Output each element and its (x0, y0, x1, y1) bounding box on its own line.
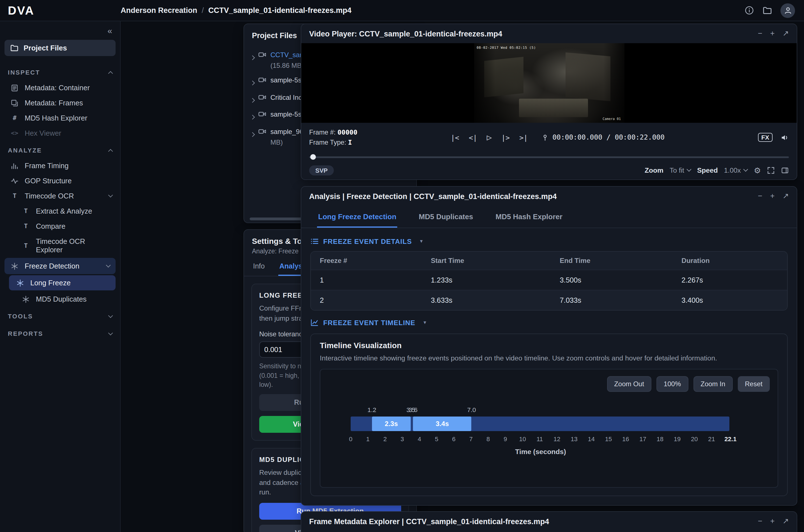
sidebar-item-gop-structure[interactable]: GOP Structure (0, 173, 120, 188)
frame-metadata-panel: Frame Metadata Explorer | CCTV_sample_01… (301, 511, 797, 532)
freeze-event-bar[interactable]: 3.4s (413, 417, 472, 431)
add-panel-icon[interactable]: + (770, 30, 775, 38)
expand-icon[interactable]: ↗ (782, 30, 789, 38)
cell-start-time: 1.233s (431, 276, 560, 284)
breadcrumb-project[interactable]: Anderson Recreation (121, 6, 197, 15)
add-panel-icon[interactable]: + (770, 193, 775, 200)
tab-info[interactable]: Info (252, 260, 266, 276)
seek-bar[interactable] (309, 154, 789, 159)
line-chart-icon (310, 318, 319, 327)
collapse-sidebar-icon[interactable]: « (107, 26, 112, 35)
timeline-tick: 4 (418, 436, 421, 442)
sidebar-item-timecode-ocr[interactable]: T Timecode OCR (0, 188, 120, 204)
breadcrumb-separator: / (202, 6, 204, 15)
section-title: FREEZE EVENT TIMELINE (323, 319, 415, 326)
zoom-100-button[interactable]: 100% (656, 376, 688, 392)
sidebar-item-timecode-ocr-explorer[interactable]: T Timecode OCR Explorer (0, 234, 120, 257)
sidebar-item-md5-duplicates[interactable]: MD5 Duplicates (0, 291, 120, 307)
expand-chevron-icon[interactable] (251, 129, 254, 139)
skip-end-button[interactable]: >| (519, 133, 528, 142)
sidebar-item-label: Project Files (23, 44, 67, 52)
timeline-tick: 0 (349, 436, 352, 442)
sidebar-section-analyze[interactable]: ANALYZE (0, 141, 120, 158)
fullscreen-icon[interactable] (767, 166, 775, 174)
table-row[interactable]: 1 1.233s 3.500s 2.267s (311, 270, 787, 290)
sidebar-item-extract-analyze[interactable]: T Extract & Analyze (0, 204, 120, 218)
expand-chevron-icon[interactable] (251, 52, 254, 62)
sidebar-section-reports[interactable]: REPORTS (0, 324, 120, 341)
sidebar-item-project-files[interactable]: Project Files (4, 40, 115, 56)
tab-md5-hash-explorer[interactable]: MD5 Hash Explorer (494, 206, 563, 228)
expand-icon[interactable]: ↗ (782, 518, 789, 525)
table-row[interactable]: 2 3.633s 7.033s 3.400s (311, 290, 787, 310)
seek-track[interactable] (309, 156, 789, 158)
sidebar-item-compare[interactable]: T Compare (0, 218, 120, 234)
reset-button[interactable]: Reset (737, 376, 770, 392)
timeline-tick: 21 (708, 436, 715, 442)
sidebar-section-tools[interactable]: TOOLS (0, 307, 120, 324)
minimize-icon[interactable]: − (758, 193, 763, 200)
sidebar-item-metadata-container[interactable]: Metadata: Container (0, 80, 120, 95)
expand-chevron-icon[interactable] (251, 112, 254, 122)
sidebar-item-label: Metadata: Frames (25, 99, 83, 107)
step-back-button[interactable]: <| (469, 133, 477, 142)
sidebar-item-long-freeze[interactable]: Long Freeze (9, 275, 115, 290)
skip-start-button[interactable]: |< (451, 133, 459, 142)
expand-chevron-icon[interactable] (251, 77, 254, 88)
gear-icon[interactable]: ⚙ (754, 166, 761, 175)
chevron-up-icon (108, 149, 113, 154)
collapse-triangle-icon[interactable]: ▼ (422, 320, 427, 325)
zoom-select[interactable]: To fit (670, 166, 691, 174)
user-avatar[interactable] (781, 3, 795, 18)
video-file-icon (258, 76, 267, 84)
svp-badge[interactable]: SVP (309, 165, 334, 175)
sidebar-item-md5-hash-explorer[interactable]: # MD5 Hash Explorer (0, 110, 120, 126)
zoom-out-button[interactable]: Zoom Out (607, 376, 652, 392)
minimize-icon[interactable]: − (758, 518, 763, 525)
analysis-panel: Analysis | Freeze Detection | CCTV_sampl… (301, 186, 797, 506)
timeline-tick: 13 (571, 436, 578, 442)
app-logo: DVA (0, 4, 121, 17)
expand-chevron-icon[interactable] (251, 95, 254, 105)
sidebar-item-label: Timecode OCR (25, 192, 74, 200)
speed-select[interactable]: 1.00x (724, 166, 748, 174)
sidebar-item-freeze-detection[interactable]: Freeze Detection (4, 258, 115, 274)
sidebar-item-label: Extract & Analyze (36, 207, 92, 215)
snowflake-icon (10, 262, 19, 270)
minimize-icon[interactable]: − (758, 30, 763, 38)
sidebar-item-metadata-frames[interactable]: Metadata: Frames (0, 95, 120, 110)
expand-icon[interactable]: ↗ (782, 193, 789, 200)
timeline-tick: 3 (401, 436, 404, 442)
workspace: Project Files × CCTV_sample_01-identical… (121, 21, 804, 532)
play-button[interactable]: ▷ (487, 133, 492, 143)
sidebar-item-label: Hex Viewer (25, 129, 61, 137)
waveform-icon (10, 177, 19, 185)
chevron-down-icon (108, 330, 113, 335)
file-size: MB) (270, 138, 283, 146)
open-folder-icon[interactable] (763, 6, 772, 15)
freeze-event-timeline-header[interactable]: FREEZE EVENT TIMELINE ▼ (310, 318, 788, 327)
tab-long-freeze-detection[interactable]: Long Freeze Detection (317, 206, 398, 228)
step-forward-button[interactable]: |> (501, 133, 510, 142)
speaker-icon[interactable] (781, 133, 789, 142)
zoom-in-button[interactable]: Zoom In (693, 376, 732, 392)
tab-md5-duplicates[interactable]: MD5 Duplicates (418, 206, 474, 228)
section-label: ANALYZE (8, 147, 42, 154)
info-icon[interactable] (745, 6, 754, 15)
bar-chart-icon (10, 162, 19, 170)
freeze-event-details-header[interactable]: FREEZE EVENT DETAILS ▼ (310, 237, 788, 246)
panel-title: Project Files (252, 31, 297, 39)
video-viewport[interactable]: 08-02-2017 Wed 05:02:15 (5) Camera 01 (301, 43, 797, 123)
sidebar-item-hex-viewer[interactable]: <> Hex Viewer (0, 126, 120, 141)
add-panel-icon[interactable]: + (770, 518, 775, 525)
side-panel-icon[interactable] (781, 166, 789, 174)
sidebar-section-inspect[interactable]: INSPECT (0, 63, 120, 80)
sidebar-item-frame-timing[interactable]: Frame Timing (0, 158, 120, 173)
freeze-event-bar[interactable]: 2.3s (372, 417, 411, 431)
chevron-down-icon (106, 263, 111, 268)
seek-thumb[interactable] (310, 154, 316, 159)
keyframe-marker-icon[interactable] (541, 134, 548, 141)
collapse-triangle-icon[interactable]: ▼ (419, 239, 424, 244)
timeline-marker: 1.2 (367, 406, 376, 413)
fx-button[interactable]: FX (758, 133, 772, 142)
